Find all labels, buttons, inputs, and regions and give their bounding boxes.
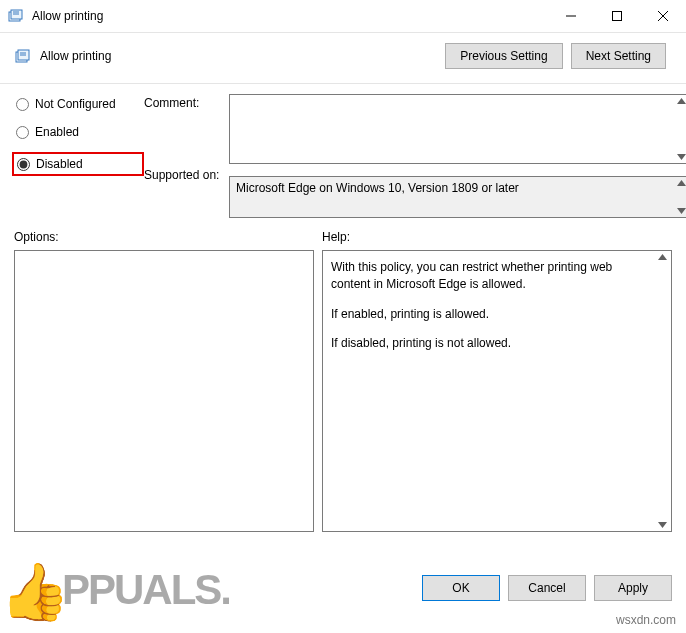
radio-not-configured[interactable]: Not Configured — [14, 96, 144, 112]
supported-on-label: Supported on: — [144, 168, 229, 182]
window-title: Allow printing — [32, 9, 548, 23]
scroll-up-icon — [677, 98, 686, 104]
thumbs-up-icon: 👍 — [0, 559, 68, 625]
comment-value — [230, 95, 686, 103]
help-scrollbar[interactable] — [654, 251, 671, 531]
close-button[interactable] — [640, 0, 686, 32]
svg-marker-17 — [658, 522, 667, 528]
radio-disabled-input[interactable] — [17, 158, 30, 171]
state-radio-group: Not Configured Enabled Disabled — [14, 92, 144, 218]
svg-rect-5 — [613, 12, 622, 21]
options-panel[interactable] — [14, 250, 314, 532]
next-setting-button[interactable]: Next Setting — [571, 43, 666, 69]
settings-grid: Not Configured Enabled Disabled Comment:… — [0, 92, 686, 218]
comment-label: Comment: — [144, 96, 229, 110]
svg-marker-14 — [677, 180, 686, 186]
supported-on-value: Microsoft Edge on Windows 10, Version 18… — [230, 177, 686, 199]
options-content — [15, 251, 313, 267]
options-label: Options: — [14, 230, 322, 244]
dialog-footer: OK Cancel Apply — [422, 575, 672, 601]
watermark-brand: PPUALS. — [62, 566, 230, 614]
scroll-down-icon — [677, 154, 686, 160]
scroll-up-icon — [658, 254, 667, 260]
window-controls — [548, 0, 686, 32]
supported-on-textbox: Microsoft Edge on Windows 10, Version 18… — [229, 176, 686, 218]
divider — [0, 83, 686, 84]
lower-labels: Options: Help: — [0, 230, 686, 244]
policy-name: Allow printing — [40, 49, 445, 63]
help-panel[interactable]: With this policy, you can restrict wheth… — [322, 250, 672, 532]
comment-scrollbar[interactable] — [673, 95, 686, 163]
help-paragraph: With this policy, you can restrict wheth… — [331, 259, 647, 294]
field-labels: Comment: Supported on: — [144, 92, 229, 218]
radio-enabled[interactable]: Enabled — [14, 124, 144, 140]
policy-header: Allow printing Previous Setting Next Set… — [0, 33, 686, 73]
lower-panels: With this policy, you can restrict wheth… — [0, 244, 686, 532]
titlebar: Allow printing — [0, 0, 686, 33]
svg-marker-15 — [677, 208, 686, 214]
apply-button[interactable]: Apply — [594, 575, 672, 601]
maximize-button[interactable] — [594, 0, 640, 32]
help-content: With this policy, you can restrict wheth… — [323, 251, 671, 373]
scroll-down-icon — [677, 208, 686, 214]
supported-scrollbar[interactable] — [673, 177, 686, 217]
comment-textbox[interactable] — [229, 94, 686, 164]
help-label: Help: — [322, 230, 672, 244]
svg-marker-13 — [677, 154, 686, 160]
watermark-left: 👍 PPUALS. — [0, 557, 230, 623]
radio-not-configured-input[interactable] — [16, 98, 29, 111]
previous-setting-button[interactable]: Previous Setting — [445, 43, 562, 69]
policy-icon — [14, 47, 32, 65]
help-paragraph: If disabled, printing is not allowed. — [331, 335, 647, 352]
field-boxes: Microsoft Edge on Windows 10, Version 18… — [229, 92, 686, 218]
cancel-button[interactable]: Cancel — [508, 575, 586, 601]
radio-not-configured-label: Not Configured — [35, 97, 116, 111]
minimize-button[interactable] — [548, 0, 594, 32]
help-paragraph: If enabled, printing is allowed. — [331, 306, 647, 323]
scroll-up-icon — [677, 180, 686, 186]
watermark-right: wsxdn.com — [616, 613, 676, 627]
radio-enabled-label: Enabled — [35, 125, 79, 139]
svg-marker-12 — [677, 98, 686, 104]
radio-enabled-input[interactable] — [16, 126, 29, 139]
radio-disabled[interactable]: Disabled — [15, 156, 85, 172]
radio-disabled-label: Disabled — [36, 157, 83, 171]
app-icon — [8, 8, 24, 24]
ok-button[interactable]: OK — [422, 575, 500, 601]
scroll-down-icon — [658, 522, 667, 528]
highlight-box: Disabled — [12, 152, 144, 176]
svg-marker-16 — [658, 254, 667, 260]
